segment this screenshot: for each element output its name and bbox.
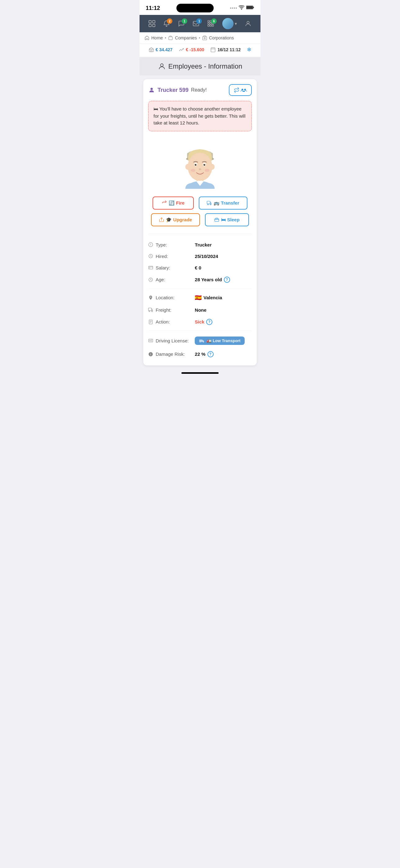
employee-icon bbox=[148, 87, 155, 93]
user-nav-icon[interactable] bbox=[245, 20, 252, 27]
svg-point-27 bbox=[244, 89, 246, 91]
damage-risk-help-icon[interactable]: ? bbox=[207, 351, 214, 357]
user-profile-wrap[interactable]: ▾ bbox=[222, 18, 237, 29]
breadcrumb-home[interactable]: Home bbox=[151, 35, 163, 40]
balance-stat: € 34.427 bbox=[148, 47, 173, 53]
companies-icon bbox=[168, 35, 173, 40]
bell-badge: 2 bbox=[167, 18, 172, 24]
svg-point-43 bbox=[205, 169, 209, 172]
action-buttons-row1: 🔄 Fire 🚌 Transfer bbox=[148, 196, 252, 210]
svg-rect-15 bbox=[210, 25, 211, 26]
breadcrumb-companies[interactable]: Companies bbox=[175, 35, 197, 40]
status-bar: 11:12 bbox=[139, 0, 261, 15]
mail-badge: 1 bbox=[196, 18, 202, 24]
damage-risk-value: 22 % bbox=[195, 351, 205, 357]
license-badge: 🚛 Low Transport bbox=[195, 337, 245, 345]
license-row: Driving License: 🚛 Low Transport bbox=[148, 333, 252, 348]
type-row: Type: Trucker bbox=[148, 239, 252, 251]
age-value: 28 Years old bbox=[195, 277, 222, 282]
type-value: Trucker bbox=[195, 242, 252, 247]
page-title-bar: Employees - Information bbox=[139, 57, 261, 75]
svg-rect-12 bbox=[210, 23, 211, 24]
age-help-icon[interactable]: ? bbox=[224, 277, 230, 283]
breadcrumb-corporations[interactable]: Corporations bbox=[209, 35, 234, 40]
svg-rect-5 bbox=[149, 24, 151, 27]
salary-value: € 0 bbox=[195, 265, 252, 270]
svg-point-25 bbox=[151, 88, 153, 90]
svg-rect-21 bbox=[149, 49, 154, 52]
svg-rect-45 bbox=[207, 201, 210, 204]
location-row: Location: 🇪🇸 Valencia bbox=[148, 291, 252, 304]
location-icon bbox=[148, 295, 153, 300]
bell-nav-icon[interactable]: 2 bbox=[163, 20, 170, 27]
svg-rect-14 bbox=[208, 25, 209, 26]
action-buttons-row2: 🎓 Upgrade 🛏 Sleep bbox=[148, 213, 252, 226]
svg-rect-6 bbox=[153, 24, 155, 27]
alert-box: 🛏 You'll have to choose another employee… bbox=[148, 101, 252, 131]
svg-rect-3 bbox=[149, 21, 151, 23]
action-row: Action: Sick ? bbox=[148, 316, 252, 328]
calendar-icon bbox=[210, 47, 216, 53]
employee-name-wrap: Trucker 599 Ready! bbox=[148, 87, 207, 93]
history-icon bbox=[148, 254, 153, 258]
svg-rect-22 bbox=[151, 50, 152, 52]
svg-rect-55 bbox=[149, 320, 153, 324]
employee-name: Trucker 599 bbox=[158, 87, 189, 93]
dashboard-nav-icon[interactable] bbox=[148, 20, 155, 27]
svg-point-54 bbox=[152, 311, 153, 312]
fire-button[interactable]: 🔄 Fire bbox=[153, 196, 194, 210]
breadcrumb: Home • Companies • Corporations bbox=[139, 32, 261, 44]
breadcrumb-sep-2: • bbox=[199, 35, 200, 40]
svg-point-38 bbox=[203, 164, 205, 166]
upgrade-button[interactable]: 🎓 Upgrade bbox=[151, 213, 200, 226]
damage-risk-row: Damage Risk: 22 % ? bbox=[148, 348, 252, 361]
svg-rect-18 bbox=[169, 37, 172, 40]
chat-nav-icon[interactable]: 1 bbox=[178, 20, 185, 27]
freight-icon bbox=[148, 307, 153, 312]
info-icon bbox=[148, 242, 153, 247]
svg-point-39 bbox=[196, 164, 196, 164]
trucker-avatar bbox=[175, 137, 225, 190]
age-icon bbox=[148, 277, 153, 282]
svg-point-17 bbox=[247, 22, 249, 24]
svg-rect-2 bbox=[253, 7, 254, 8]
wifi-icon bbox=[239, 5, 244, 11]
svg-rect-48 bbox=[215, 219, 219, 221]
svg-rect-11 bbox=[208, 23, 209, 24]
sleep-button[interactable]: 🛏 Sleep bbox=[205, 213, 249, 226]
page-title: Employees - Information bbox=[144, 62, 256, 70]
transfer-group-button[interactable] bbox=[229, 84, 252, 96]
svg-rect-1 bbox=[246, 6, 253, 9]
dynamic-island bbox=[176, 4, 214, 12]
license-icon bbox=[148, 338, 153, 343]
svg-rect-4 bbox=[153, 21, 155, 23]
svg-point-40 bbox=[204, 164, 205, 164]
svg-rect-19 bbox=[202, 37, 206, 40]
truck-small-icon bbox=[199, 339, 205, 342]
svg-point-53 bbox=[149, 311, 150, 312]
grid-nav-icon[interactable]: 6 bbox=[207, 20, 214, 27]
svg-point-41 bbox=[199, 168, 201, 170]
avatar[interactable] bbox=[222, 18, 233, 29]
freight-value: None bbox=[195, 307, 252, 313]
employee-header: Trucker 599 Ready! bbox=[148, 84, 252, 96]
svg-rect-50 bbox=[148, 266, 153, 269]
home-bar bbox=[181, 372, 219, 374]
svg-point-51 bbox=[149, 268, 150, 268]
svg-point-24 bbox=[160, 64, 163, 66]
svg-point-37 bbox=[195, 164, 197, 166]
status-time: 11:12 bbox=[146, 5, 160, 11]
stats-bar: € 34.427 € -15.600 16/12 11:12 ❄ bbox=[139, 44, 261, 57]
snowflake-icon: ❄ bbox=[247, 46, 252, 53]
home-indicator bbox=[139, 369, 261, 376]
action-value: Sick bbox=[195, 319, 204, 324]
trend-stat: € -15.600 bbox=[178, 47, 204, 53]
salary-row: Salary: € 0 bbox=[148, 262, 252, 274]
location-value: Valencia bbox=[203, 295, 222, 300]
home-icon bbox=[144, 35, 149, 40]
nav-bar: 2 1 1 6 ▾ bbox=[139, 15, 261, 32]
chat-badge: 1 bbox=[182, 18, 187, 24]
transfer-button[interactable]: 🚌 Transfer bbox=[199, 196, 247, 210]
mail-nav-icon[interactable]: 1 bbox=[193, 20, 199, 27]
action-help-icon[interactable]: ? bbox=[206, 319, 212, 325]
